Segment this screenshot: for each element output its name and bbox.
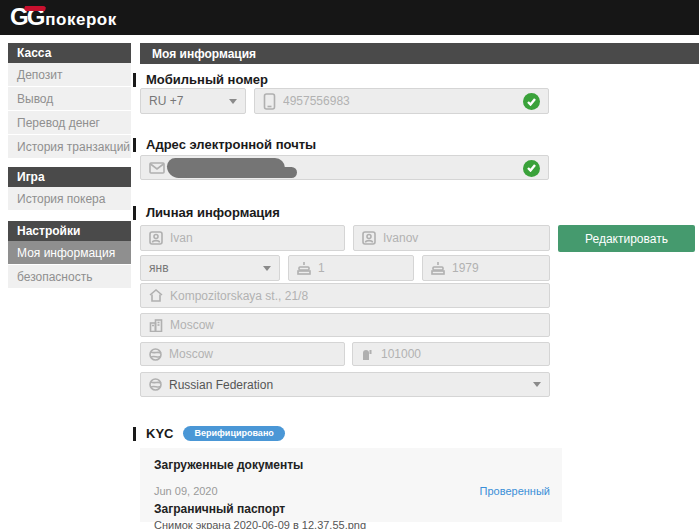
birthday-cake-icon — [297, 261, 311, 275]
sidebar-group-cashier: Касса Депозит Вывод Перевод денег Истори… — [8, 43, 131, 159]
address-field[interactable] — [140, 283, 550, 308]
sidebar-item-deposit[interactable]: Депозит — [8, 63, 131, 87]
sidebar-header-cashier: Касса — [8, 43, 131, 63]
section-marker — [133, 206, 136, 220]
phone-verified-check-icon — [523, 93, 540, 110]
birth-day-field[interactable] — [288, 255, 414, 281]
section-title-kyc: KYC Верифицировано — [133, 426, 285, 441]
sidebar-group-settings: Настройки Моя информация безопасность — [8, 221, 131, 289]
zip-field[interactable] — [352, 342, 550, 366]
sidebar-item-withdrawal[interactable]: Вывод — [8, 87, 131, 111]
section-marker — [133, 138, 136, 152]
mail-icon — [149, 162, 165, 174]
uploaded-documents-panel: Загруженные документы Jun 09, 2020 Прове… — [140, 448, 562, 522]
section-title-mobile: Мобильный номер — [133, 72, 268, 87]
document-file-name: Снимок экрана 2020-06-09 в 12.37.55.png — [154, 519, 550, 529]
last-name-input[interactable] — [383, 231, 541, 245]
page-title: Моя информация — [140, 43, 699, 64]
zip-input[interactable] — [381, 347, 541, 361]
section-title-email: Адрес электронной почты — [133, 137, 316, 152]
document-date: Jun 09, 2020 — [154, 485, 218, 497]
sidebar-item-poker-history[interactable]: История покера — [8, 187, 131, 211]
document-status-link[interactable]: Проверенный — [480, 485, 550, 497]
id-badge-icon — [149, 231, 163, 245]
birth-month-select[interactable]: янв — [140, 255, 280, 281]
phone-input[interactable] — [283, 94, 540, 108]
home-icon — [149, 289, 163, 302]
id-badge-icon — [362, 231, 376, 245]
sidebar-item-my-info[interactable]: Моя информация — [8, 241, 131, 265]
section-title-personal: Личная информация — [133, 205, 280, 220]
globe-icon — [149, 348, 162, 361]
city-input[interactable] — [170, 318, 541, 332]
address-input[interactable] — [170, 289, 541, 303]
phone-field[interactable] — [254, 88, 549, 114]
country-value: Russian Federation — [169, 378, 526, 392]
birth-month-value: янв — [149, 261, 256, 275]
kyc-verified-badge: Верифицировано — [183, 426, 284, 441]
sidebar-item-money-transfer[interactable]: Перевод денег — [8, 111, 131, 135]
section-marker — [133, 427, 136, 441]
logo-word: покерок — [45, 10, 116, 30]
city-field[interactable] — [140, 313, 550, 337]
email-verified-check-icon — [523, 160, 540, 177]
birth-year-input[interactable] — [452, 261, 541, 275]
sidebar-item-transaction-history[interactable]: История транзакций — [8, 135, 131, 159]
edit-button[interactable]: Редактировать — [558, 225, 695, 252]
birth-year-field[interactable] — [422, 255, 550, 281]
logo-red-accent — [23, 6, 47, 11]
chevron-down-icon — [263, 266, 271, 271]
chevron-down-icon — [229, 99, 237, 104]
email-redaction-blob — [167, 158, 285, 178]
sidebar-header-game: Игра — [8, 167, 131, 187]
top-bar: GG покерок — [0, 0, 699, 35]
country-code-select[interactable]: RU +7 — [140, 88, 246, 114]
first-name-field[interactable] — [140, 225, 345, 251]
brand-logo: GG покерок — [10, 5, 117, 30]
sidebar-header-settings: Настройки — [8, 221, 131, 241]
section-marker — [133, 73, 136, 87]
postbox-icon — [361, 348, 374, 361]
globe-icon — [149, 378, 162, 391]
email-field[interactable] — [140, 155, 549, 180]
building-icon — [149, 319, 163, 332]
birthday-cake-icon — [431, 261, 445, 275]
state-field[interactable] — [140, 342, 345, 366]
documents-title: Загруженные документы — [154, 458, 550, 472]
mobile-phone-icon — [263, 93, 276, 110]
country-select[interactable]: Russian Federation — [140, 372, 550, 397]
birth-day-input[interactable] — [318, 261, 405, 275]
first-name-input[interactable] — [170, 231, 336, 245]
sidebar-group-game: Игра История покера — [8, 167, 131, 211]
country-code-value: RU +7 — [149, 94, 222, 108]
last-name-field[interactable] — [353, 225, 550, 251]
state-input[interactable] — [169, 347, 336, 361]
sidebar-item-security[interactable]: безопасность — [8, 265, 131, 289]
chevron-down-icon — [533, 382, 541, 387]
document-name: Заграничный паспорт — [154, 502, 550, 516]
